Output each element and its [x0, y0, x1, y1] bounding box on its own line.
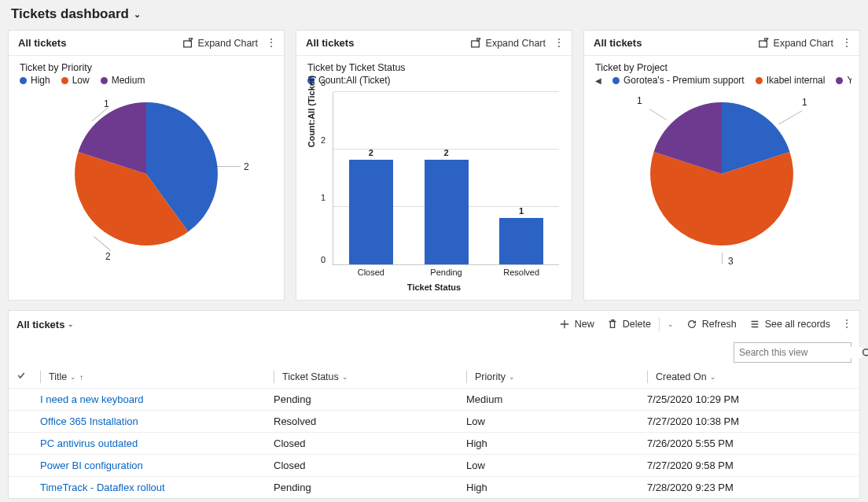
ticket-created: 7/27/2020 10:38 PM [647, 415, 851, 427]
select-all-checkbox[interactable] [17, 371, 40, 383]
svg-rect-1 [471, 40, 479, 46]
ticket-status: Closed [274, 437, 466, 449]
ticket-status: Closed [274, 460, 466, 471]
plus-icon [559, 319, 570, 330]
expand-icon [182, 38, 193, 49]
chart-subtitle: Ticket by Project [595, 62, 851, 73]
panel-title: All tickets [18, 37, 182, 49]
chart-panel-status: All tickets Expand Chart Ticket by Ticke… [296, 30, 572, 301]
refresh-icon [686, 319, 697, 330]
pie-chart-priority: 2 2 1 [68, 95, 225, 253]
ticket-title-link[interactable]: Power BI configuration [40, 460, 274, 471]
panel-title: All tickets [594, 37, 758, 49]
ticket-priority: Medium [466, 393, 647, 405]
chart-panel-priority: All tickets Expand Chart Ticket by Prior… [8, 30, 285, 301]
pie-label: 1 [802, 97, 807, 108]
pie-label: 1 [637, 95, 642, 106]
ticket-created: 7/25/2020 10:29 PM [647, 393, 851, 405]
more-icon[interactable] [841, 41, 851, 46]
table-row[interactable]: I need a new keyboardPendingMedium7/25/2… [9, 388, 859, 410]
table-row[interactable]: TimeTrack - Dataflex rolloutPendingHigh7… [9, 476, 859, 498]
pie-label: 1 [104, 98, 109, 109]
svg-rect-0 [183, 40, 191, 46]
new-button[interactable]: New [553, 316, 601, 333]
see-all-records-button[interactable]: See all records [743, 316, 837, 333]
more-icon[interactable] [841, 322, 851, 327]
ticket-status: Pending [274, 393, 466, 405]
ticket-priority: Low [466, 460, 647, 471]
table-row[interactable]: PC antivirus outdatedClosedHigh7/26/2020… [9, 432, 859, 454]
chevron-down-icon: ⌄ [68, 320, 74, 328]
chevron-down-icon: ⌄ [668, 320, 674, 328]
expand-chart-button[interactable]: Expand Chart [470, 38, 546, 49]
search-box[interactable] [734, 342, 851, 363]
refresh-button[interactable]: Refresh [680, 316, 743, 333]
ticket-created: 7/28/2020 9:23 PM [647, 482, 851, 493]
expand-chart-button[interactable]: Expand Chart [758, 38, 833, 49]
dashboard-title: Tickets dashboard [11, 6, 129, 22]
ticket-priority: High [466, 437, 647, 449]
chart-legend: Count:All (Ticket) [307, 75, 564, 86]
column-header-status[interactable]: Ticket Status⌄ [274, 371, 466, 383]
expand-chart-button[interactable]: Expand Chart [182, 38, 258, 49]
separator [659, 317, 660, 331]
ticket-priority: High [466, 482, 647, 493]
ticket-created: 7/26/2020 5:55 PM [647, 437, 851, 449]
search-icon[interactable] [862, 348, 868, 358]
delete-split-button[interactable]: ⌄ [661, 317, 680, 331]
table-row[interactable]: Power BI configurationClosedLow7/27/2020… [9, 454, 859, 476]
chevron-down-icon: ⌄ [134, 9, 141, 20]
grid-header-row: Title⌄ Ticket Status⌄ Priority⌄ Created … [9, 367, 859, 388]
column-header-created[interactable]: Created On⌄ [647, 371, 851, 383]
trash-icon [607, 319, 618, 330]
dashboard-title-dropdown[interactable]: Tickets dashboard ⌄ [0, 0, 868, 30]
svg-rect-2 [759, 40, 767, 46]
column-header-priority[interactable]: Priority⌄ [466, 371, 647, 383]
ticket-title-link[interactable]: TimeTrack - Dataflex rollout [40, 482, 274, 493]
ticket-priority: Low [466, 415, 647, 427]
panel-title: All tickets [306, 37, 470, 49]
search-input[interactable] [734, 347, 862, 358]
ticket-title-link[interactable]: Office 365 Installation [40, 415, 274, 427]
pie-chart-project: 1 3 1 [643, 95, 800, 253]
pie-label: 2 [244, 161, 249, 172]
pie-label: 3 [728, 256, 734, 267]
x-axis-label: Ticket Status [304, 282, 564, 292]
column-header-title[interactable]: Title⌄ [40, 371, 274, 383]
ticket-status: Resolved [274, 415, 466, 427]
list-icon [749, 319, 760, 330]
y-axis-label: Count:All (Ticket) [307, 75, 316, 146]
ticket-title-link[interactable]: I need a new keyboard [40, 393, 274, 405]
bar-chart-status: Count:All (Ticket) 0 1 2 3 2 Closed [333, 92, 559, 265]
legend-prev-icon[interactable]: ◀ [595, 76, 601, 85]
chart-subtitle: Ticket by Ticket Status [307, 62, 564, 73]
chart-subtitle: Ticket by Priority [20, 62, 276, 73]
chart-panel-project: All tickets Expand Chart Ticket by Proje… [583, 30, 860, 301]
ticket-created: 7/27/2020 9:58 PM [647, 460, 851, 471]
svg-point-3 [863, 349, 868, 355]
table-row[interactable]: Office 365 InstallationResolvedLow7/27/2… [9, 410, 859, 432]
tickets-grid-panel: All tickets ⌄ New Delete ⌄ Refresh See a… [8, 310, 860, 499]
ticket-title-link[interactable]: PC antivirus outdated [40, 437, 274, 449]
grid-view-selector[interactable]: All tickets ⌄ [17, 319, 553, 330]
chart-legend: High Low Medium [20, 75, 276, 86]
more-icon[interactable] [554, 41, 564, 46]
more-icon[interactable] [266, 41, 276, 46]
pie-label: 2 [105, 251, 111, 262]
expand-icon [758, 38, 769, 49]
delete-button[interactable]: Delete [601, 316, 657, 333]
chart-legend: ◀ Gorotea's - Premium support Ikabel int… [595, 75, 851, 86]
expand-icon [470, 38, 481, 49]
ticket-status: Pending [274, 482, 466, 493]
